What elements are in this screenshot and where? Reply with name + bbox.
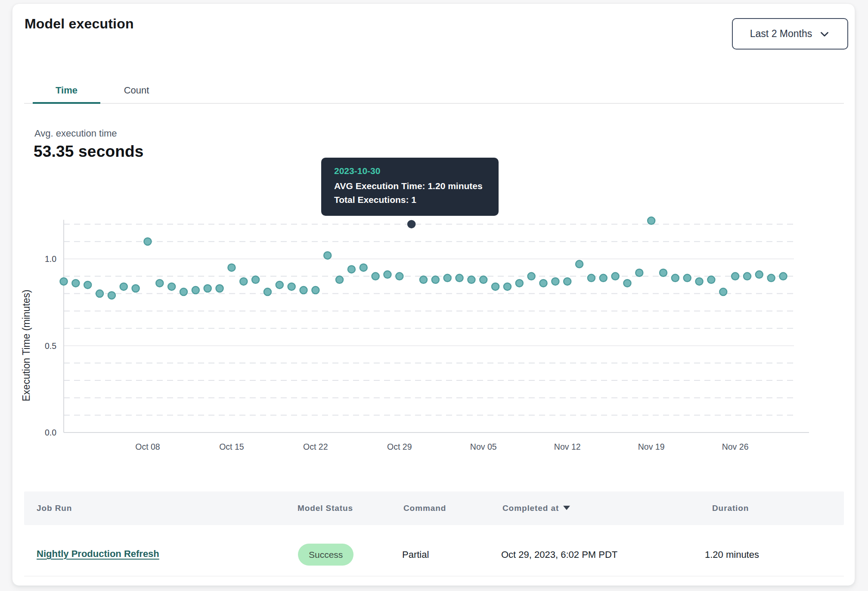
data-point[interactable] [132,285,140,292]
data-point[interactable] [216,285,223,292]
data-point[interactable] [612,273,619,280]
data-point[interactable] [228,264,235,271]
data-point[interactable] [264,288,271,296]
y-axis-title: Execution Time (minutes) [21,289,32,401]
data-point[interactable] [732,273,739,280]
data-point[interactable] [636,269,643,277]
data-point[interactable] [240,278,247,285]
data-point[interactable] [336,276,343,283]
x-axis-tick-label: Nov 26 [722,442,749,451]
data-point[interactable] [348,266,355,273]
data-point[interactable] [576,261,583,268]
data-point[interactable] [528,273,535,280]
data-point[interactable] [108,292,115,299]
data-point[interactable] [588,274,595,282]
chart-svg[interactable]: 0.00.51.0Execution Time (minutes)Oct 08O… [12,210,856,468]
tabs-divider [24,103,844,104]
data-point[interactable] [516,280,523,287]
highlighted-data-point[interactable] [408,221,415,228]
execution-time-scatter-chart[interactable]: 0.00.51.0Execution Time (minutes)Oct 08O… [12,210,856,468]
job-run-link[interactable]: Nightly Production Refresh [37,548,159,560]
data-point[interactable] [324,252,331,259]
duration-cell: 1.20 minutes [705,549,759,560]
data-point[interactable] [444,274,451,282]
data-point[interactable] [600,274,607,282]
column-header-job-run: Job Run [37,491,72,525]
data-point[interactable] [696,278,703,285]
avg-execution-time-value: 53.35 seconds [34,143,144,161]
data-point[interactable] [468,276,475,283]
tooltip-total-executions: Total Executions: 1 [334,193,487,207]
chart-tooltip: 2023-10-30 AVG Execution Time: 1.20 minu… [321,158,499,216]
data-point[interactable] [492,283,499,290]
data-point[interactable] [672,274,679,282]
data-point[interactable] [648,217,655,224]
data-point[interactable] [60,278,68,285]
date-range-dropdown[interactable]: Last 2 Months [732,18,848,50]
x-axis-tick-label: Oct 29 [387,442,412,451]
data-point[interactable] [756,271,763,278]
tab-count[interactable]: Count [100,78,173,103]
row-divider [24,576,844,576]
y-axis-tick-label: 0.5 [45,341,56,351]
data-point[interactable] [396,273,403,280]
data-point[interactable] [84,281,91,289]
data-point[interactable] [432,276,439,283]
x-axis-tick-label: Oct 22 [303,442,328,451]
chevron-down-icon [819,28,830,40]
data-point[interactable] [480,276,487,283]
y-axis-tick-label: 1.0 [45,254,56,264]
column-header-model-status: Model Status [298,491,353,525]
column-header-command: Command [403,491,446,525]
data-point[interactable] [384,271,391,278]
data-point[interactable] [552,278,559,285]
x-axis-tick-label: Oct 15 [219,442,244,451]
sort-descending-icon [563,506,570,510]
command-cell: Partial [402,549,429,560]
table-header-row: Job Run Model Status Command Completed a… [24,491,844,525]
data-point[interactable] [768,274,775,282]
data-point[interactable] [252,276,259,283]
x-axis-tick-label: Nov 05 [470,442,497,451]
data-point[interactable] [72,280,79,287]
data-point[interactable] [372,273,379,280]
data-point[interactable] [360,264,367,271]
completed-at-cell: Oct 29, 2023, 6:02 PM PDT [501,549,617,560]
data-point[interactable] [456,274,463,282]
data-point[interactable] [300,286,307,294]
data-point[interactable] [144,238,151,245]
data-point[interactable] [204,285,211,292]
data-point[interactable] [719,288,727,296]
data-point[interactable] [168,283,175,290]
data-point[interactable] [180,288,187,296]
tab-time[interactable]: Time [33,78,100,103]
data-point[interactable] [276,281,283,289]
data-point[interactable] [660,269,667,277]
data-point[interactable] [564,278,571,285]
page-title: Model execution [25,16,134,32]
column-header-completed-at[interactable]: Completed at [502,491,570,525]
data-point[interactable] [120,283,127,290]
tooltip-avg-execution-time: AVG Execution Time: 1.20 minutes [334,179,487,193]
x-axis-tick-label: Oct 08 [135,442,160,451]
data-point[interactable] [684,274,691,282]
data-point[interactable] [192,286,199,294]
data-point[interactable] [744,273,751,280]
status-badge: Success [298,544,353,566]
column-header-duration: Duration [712,491,749,525]
data-point[interactable] [623,280,631,287]
data-point[interactable] [707,276,715,283]
data-point[interactable] [288,283,295,290]
data-point[interactable] [156,280,163,287]
x-axis-tick-label: Nov 12 [554,442,581,451]
data-point[interactable] [540,280,547,287]
date-range-value: Last 2 Months [750,28,812,40]
data-point[interactable] [96,290,103,297]
data-point[interactable] [312,286,319,294]
active-tab-indicator [33,102,100,104]
data-point[interactable] [420,276,427,283]
data-point[interactable] [504,283,511,290]
avg-execution-time-label: Avg. execution time [34,128,117,139]
data-point[interactable] [780,273,787,280]
tooltip-date: 2023-10-30 [334,166,487,176]
